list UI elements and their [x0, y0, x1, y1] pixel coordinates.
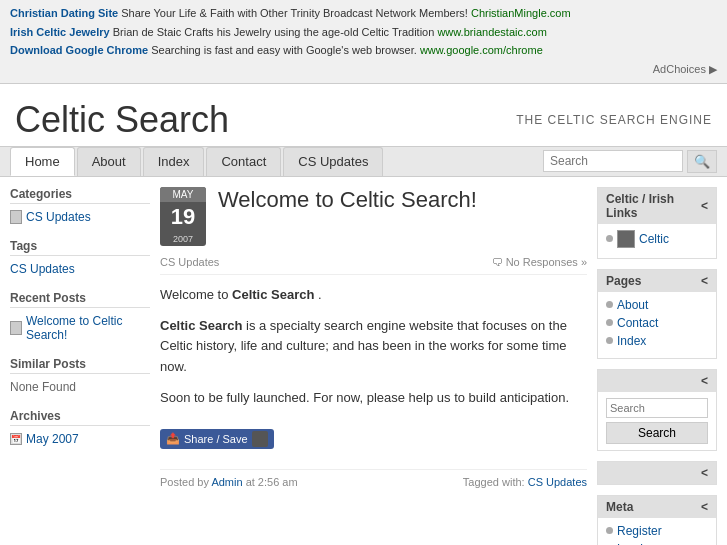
nav-search: 🔍 — [543, 150, 717, 173]
post-date-month: May — [160, 187, 206, 202]
right-search-button[interactable]: Search — [606, 422, 708, 444]
right-search-collapse-icon[interactable]: < — [701, 374, 708, 388]
post-paragraph-3: Soon to be fully launched. For now, plea… — [160, 388, 587, 409]
post-tag-info: Tagged with: CS Updates — [463, 476, 587, 488]
recent-posts-section: Recent Posts Welcome to Celtic Search! — [10, 291, 150, 342]
recent-posts-title: Recent Posts — [10, 291, 150, 308]
right-search-body: Search — [598, 392, 716, 450]
left-sidebar: Categories CS Updates Tags CS Updates Re… — [10, 187, 150, 545]
right-search-section: < Search — [597, 369, 717, 451]
meta-header: Meta < — [598, 496, 716, 518]
nav-tab-about[interactable]: About — [77, 147, 141, 176]
ad-row-3: Download Google Chrome Searching is fast… — [10, 41, 717, 60]
site-title: Celtic Search — [15, 99, 229, 141]
meta-register-label: Register — [617, 524, 662, 538]
nav-tab-home[interactable]: Home — [10, 147, 75, 176]
nav-search-button[interactable]: 🔍 — [687, 150, 717, 173]
pages-about-label: About — [617, 298, 648, 312]
pages-link-index[interactable]: Index — [606, 334, 708, 348]
category-link-cs-updates[interactable]: CS Updates — [26, 210, 91, 224]
dot-icon — [606, 337, 613, 344]
main: Categories CS Updates Tags CS Updates Re… — [0, 177, 727, 545]
share-label: Share / Save — [184, 433, 248, 445]
archives-section: Archives 📅 May 2007 — [10, 409, 150, 446]
post-author-link[interactable]: Admin — [211, 476, 242, 488]
post-date-day: 19 — [160, 202, 206, 232]
similar-posts-section: Similar Posts None Found — [10, 357, 150, 394]
ad-link-2[interactable]: Irish Celtic Jewelry — [10, 26, 110, 38]
post-category-link[interactable]: CS Updates — [160, 256, 219, 268]
nav-search-input[interactable] — [543, 150, 683, 172]
pages-contact-label: Contact — [617, 316, 658, 330]
nav-tab-contact[interactable]: Contact — [206, 147, 281, 176]
ad-row-2: Irish Celtic Jewelry Brian de Staic Craf… — [10, 23, 717, 42]
ad-url-1: ChristianMingle.com — [471, 7, 571, 19]
ad-link-3[interactable]: Download Google Chrome — [10, 44, 148, 56]
archives-title: Archives — [10, 409, 150, 426]
post-footer-tagged: Tagged with: — [463, 476, 528, 488]
right-empty-collapse-icon[interactable]: < — [701, 466, 708, 480]
header: Celtic Search THE CELTIC SEARCH ENGINE — [0, 84, 727, 146]
ad-choices[interactable]: AdChoices ▶ — [10, 60, 717, 79]
post-responses-link[interactable]: No Responses » — [506, 256, 587, 268]
post-date-box: May 19 2007 — [160, 187, 206, 246]
meta-section: Meta < Register Log in Entries RSS — [597, 495, 717, 545]
post-title: Welcome to Celtic Search! — [218, 187, 477, 213]
nav-tabs: Home About Index Contact CS Updates — [10, 147, 385, 176]
post-date-year: 2007 — [160, 232, 206, 246]
post-footer: Posted by Admin at 2:56 am Tagged with: … — [160, 469, 587, 488]
collapse-icon[interactable]: < — [701, 199, 708, 213]
right-search-input[interactable] — [606, 398, 708, 418]
ad-desc-1: Share Your Life & Faith with Other Trini… — [121, 7, 471, 19]
dot-icon — [606, 235, 613, 242]
content: May 19 2007 Welcome to Celtic Search! CS… — [160, 187, 587, 545]
post-header: May 19 2007 Welcome to Celtic Search! — [160, 187, 587, 246]
tag-cs-updates: CS Updates — [10, 262, 150, 276]
pages-section: Pages < About Contact Index — [597, 269, 717, 359]
meta-body: Register Log in Entries RSS — [598, 518, 716, 545]
pages-collapse-icon[interactable]: < — [701, 274, 708, 288]
ad-url-3: www.google.com/chrome — [420, 44, 543, 56]
ad-url-2: www.briandestaic.com — [437, 26, 546, 38]
share-bar[interactable]: 📤 Share / Save — [160, 429, 274, 449]
archive-may-2007: 📅 May 2007 — [10, 432, 150, 446]
post-category: CS Updates — [160, 256, 219, 268]
site-tagline: THE CELTIC SEARCH ENGINE — [516, 113, 712, 127]
post-time: 2:56 am — [258, 476, 298, 488]
celtic-link-1[interactable]: Celtic — [606, 230, 708, 248]
post-responses: 🗨 No Responses » — [492, 256, 587, 268]
right-empty-header: < — [598, 462, 716, 484]
tags-section: Tags CS Updates — [10, 239, 150, 276]
post-footer-at: at — [246, 476, 258, 488]
post-footer-posted: Posted by — [160, 476, 211, 488]
category-cs-updates: CS Updates — [10, 210, 150, 224]
pages-index-label: Index — [617, 334, 646, 348]
ad-link-1[interactable]: Christian Dating Site — [10, 7, 118, 19]
meta-link-register[interactable]: Register — [606, 524, 708, 538]
nav-tab-csupdates[interactable]: CS Updates — [283, 147, 383, 176]
tags-title: Tags — [10, 239, 150, 256]
celtic-image-icon — [617, 230, 635, 248]
share-icon: 📤 — [166, 432, 180, 445]
right-search-header: < — [598, 370, 716, 392]
ad-row-1: Christian Dating Site Share Your Life & … — [10, 4, 717, 23]
nav: Home About Index Contact CS Updates 🔍 — [0, 146, 727, 177]
recent-post-link-1[interactable]: Welcome to Celtic Search! — [26, 314, 150, 342]
pages-link-contact[interactable]: Contact — [606, 316, 708, 330]
post-author-info: Posted by Admin at 2:56 am — [160, 476, 298, 488]
right-empty-section: < — [597, 461, 717, 485]
nav-tab-index[interactable]: Index — [143, 147, 205, 176]
meta-collapse-icon[interactable]: < — [701, 500, 708, 514]
share-fb-icon[interactable] — [252, 431, 268, 447]
pages-link-about[interactable]: About — [606, 298, 708, 312]
celtic-links-section: Celtic / Irish Links < Celtic — [597, 187, 717, 259]
archive-link-may-2007[interactable]: May 2007 — [26, 432, 79, 446]
calendar-icon: 📅 — [10, 433, 22, 445]
categories-title: Categories — [10, 187, 150, 204]
post-paragraph-1: Welcome to Celtic Search . — [160, 285, 587, 306]
post-tag-link[interactable]: CS Updates — [528, 476, 587, 488]
post-bold-name-1: Celtic Search — [232, 287, 314, 302]
ad-desc-3: Searching is fast and easy with Google's… — [151, 44, 420, 56]
tag-link-cs-updates[interactable]: CS Updates — [10, 262, 75, 276]
meta-title: Meta — [606, 500, 633, 514]
